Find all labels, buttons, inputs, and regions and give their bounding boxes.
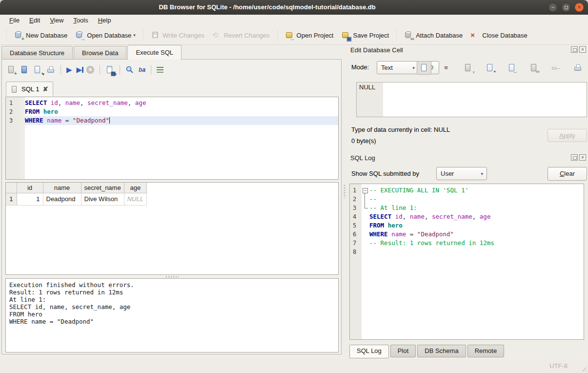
close-database-icon: ×: [470, 31, 479, 40]
open-database-button[interactable]: → Open Database ▾: [71, 29, 140, 41]
log-filter-label: Show SQL submitted by: [351, 170, 419, 177]
table-cell[interactable]: Dive Wilson: [81, 193, 124, 205]
left-pane: Database Structure Browse Data Execute S…: [0, 45, 344, 359]
save-sql-file-icon[interactable]: ▪▾: [33, 65, 42, 74]
window-title: DB Browser for SQLite - /home/user/code/…: [0, 0, 534, 15]
tab-remote[interactable]: Remote: [467, 345, 505, 357]
print-icon[interactable]: [46, 65, 55, 74]
execute-all-icon[interactable]: ▶: [66, 65, 72, 74]
column-header[interactable]: id: [17, 183, 43, 193]
right-pane: Edit Database Cell × Mode: Text▾ ⚙ ≡ ▾ ▪: [346, 45, 588, 359]
cell-toolbar: ≡ ▾ ▪ → ∞ ▭₋: [417, 61, 585, 75]
float-icon[interactable]: [571, 46, 578, 53]
results-grid[interactable]: idnamesecret_nameage11DeadpondDive Wilso…: [5, 182, 339, 275]
import-icon[interactable]: ▾: [461, 61, 475, 75]
cell-type-info: Type of data currently in cell: NULL: [351, 126, 450, 133]
sql-document-tab[interactable]: SQL 1 ✘: [6, 82, 53, 96]
table-cell[interactable]: 1: [17, 193, 43, 205]
sql-log-title: SQL Log: [350, 154, 375, 162]
link-icon[interactable]: ∞: [527, 61, 541, 75]
dock-close-icon[interactable]: ×: [579, 154, 586, 161]
tab-browse-data[interactable]: Browse Data: [74, 46, 126, 60]
export-icon[interactable]: →: [505, 61, 519, 75]
revert-changes-button[interactable]: ⟲ Revert Changes: [208, 29, 274, 41]
apply-button[interactable]: Apply: [547, 129, 587, 142]
vertical-splitter[interactable]: [343, 45, 346, 359]
revert-changes-icon: ⟲: [212, 31, 221, 40]
tab-database-structure[interactable]: Database Structure: [1, 46, 73, 60]
find-icon[interactable]: [125, 65, 134, 74]
attach-database-button[interactable]: ∞ Attach Database: [400, 29, 466, 41]
mode-select[interactable]: Text▾: [377, 61, 419, 74]
menubar: File Edit View Tools Help: [0, 15, 588, 26]
titlebar[interactable]: DB Browser for SQLite - /home/user/code/…: [0, 0, 588, 15]
menu-help[interactable]: Help: [94, 16, 116, 25]
table-cell[interactable]: Deadpond: [43, 193, 81, 205]
results-table: idnamesecret_nameage11DeadpondDive Wilso…: [6, 183, 147, 206]
write-changes-button[interactable]: Write Changes: [147, 29, 208, 41]
menu-edit[interactable]: Edit: [25, 16, 44, 25]
toolbar-separator: [142, 30, 144, 41]
sql-tab-label: SQL 1: [21, 85, 39, 93]
results-message-splitter[interactable]: [5, 275, 339, 278]
sql-toolbar: + ▪▾ ▶ ▶ × ▦▾ ba: [7, 62, 163, 77]
tab-plot[interactable]: Plot: [390, 345, 416, 357]
main-tab-bar: Database Structure Browse Data Execute S…: [1, 45, 182, 60]
open-sql-file-icon[interactable]: [20, 65, 29, 74]
chevron-down-icon: ▾: [412, 65, 415, 70]
sql-log-view[interactable]: 1-- EXECUTING ALL IN 'SQL 1'2--3-- At li…: [349, 184, 584, 340]
toolbar-separator: [395, 30, 398, 41]
new-database-button[interactable]: + New Database: [10, 29, 71, 41]
execute-current-line-icon[interactable]: ▶: [77, 65, 82, 74]
menu-file[interactable]: File: [5, 16, 24, 25]
status-bar: UTF-8: [0, 359, 588, 373]
tab-db-schema[interactable]: DB Schema: [417, 345, 466, 357]
column-header[interactable]: age: [124, 183, 146, 193]
table-cell[interactable]: NULL: [124, 193, 146, 205]
column-header[interactable]: name: [43, 183, 81, 193]
save-project-button[interactable]: ▣ Save Project: [337, 29, 393, 41]
close-tab-icon[interactable]: ✘: [42, 85, 48, 93]
format-icon[interactable]: [157, 67, 163, 73]
dock-tab-bar: SQL Log Plot DB Schema Remote: [349, 345, 506, 359]
set-null-icon[interactable]: ▭₋: [548, 61, 563, 75]
tab-sql-log[interactable]: SQL Log: [349, 345, 389, 358]
mode-label: Mode:: [351, 63, 369, 71]
chevron-down-icon: ▾: [481, 171, 483, 176]
column-header[interactable]: secret_name: [81, 183, 124, 193]
float-icon[interactable]: [571, 154, 578, 161]
menu-tools[interactable]: Tools: [69, 16, 92, 25]
maximize-icon[interactable]: [561, 2, 571, 12]
dock-close-icon[interactable]: ×: [579, 46, 586, 53]
main-toolbar: + New Database → Open Database ▾ Write C…: [0, 26, 588, 45]
attach-database-icon: ∞: [404, 31, 413, 40]
close-icon[interactable]: ×: [574, 2, 584, 12]
document-icon: [11, 85, 18, 93]
cell-editor[interactable]: NULL: [356, 82, 587, 117]
save-results-icon[interactable]: ▦▾: [105, 65, 114, 74]
table-row[interactable]: 11DeadpondDive WilsonNULL: [6, 193, 146, 205]
sql-editor[interactable]: 1SELECT id, name, secret_name, age2FROM …: [5, 97, 339, 180]
encoding-indicator: UTF-8: [549, 362, 568, 370]
minimize-icon[interactable]: −: [548, 2, 558, 12]
new-tab-icon[interactable]: +: [7, 65, 16, 74]
save-as-icon[interactable]: ▪: [483, 61, 497, 75]
tab-execute-sql[interactable]: Execute SQL: [127, 45, 182, 60]
sql-doc-tabbar: SQL 1 ✘: [6, 81, 53, 96]
clear-button[interactable]: Clear: [547, 167, 587, 181]
text-mode-icon[interactable]: [417, 61, 431, 75]
stop-icon[interactable]: ×: [86, 66, 94, 74]
toolbar-handle: [5, 30, 8, 41]
toolbar-separator: [276, 30, 279, 41]
open-database-dropdown-icon[interactable]: ▾: [133, 33, 136, 38]
cell-print-icon[interactable]: [570, 61, 585, 75]
word-wrap-icon[interactable]: ≡: [439, 61, 453, 75]
close-database-button[interactable]: × Close Database: [466, 29, 531, 41]
log-filter-select[interactable]: User▾: [436, 167, 487, 180]
open-project-button[interactable]: → Open Project: [281, 29, 338, 41]
menu-view[interactable]: View: [45, 16, 68, 25]
resize-grip-icon[interactable]: [581, 366, 587, 372]
write-changes-icon: [151, 31, 160, 40]
main-area: Database Structure Browse Data Execute S…: [0, 45, 588, 359]
replace-icon[interactable]: ba: [139, 66, 145, 73]
